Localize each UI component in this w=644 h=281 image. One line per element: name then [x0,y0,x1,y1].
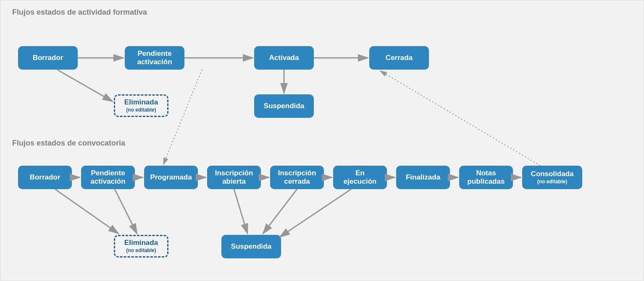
svg-line-18 [163,70,202,164]
node-label: Pendiente [137,49,171,58]
svg-line-17 [280,189,351,237]
node-activity-suspendida: Suspendida [254,94,314,118]
node-label: Consolidada [531,170,573,178]
node-label: abierta [222,177,246,186]
node-conv-inscripcion-cerrada: Inscripción cerrada [270,166,324,189]
node-activity-eliminada: Eliminada (no editable) [114,94,168,117]
node-label: publicadas [468,177,505,186]
node-sublabel: (no editable) [537,179,567,185]
diagram-canvas: Flujos estados de actividad formativa Fl… [0,0,644,281]
node-label: Notas [476,169,496,177]
svg-line-16 [263,189,297,234]
node-label: Suspendida [231,242,271,251]
heading-convocatoria: Flujos estados de convocatoria [12,139,125,148]
node-label: Eliminada [124,239,158,247]
svg-line-14 [115,189,137,234]
node-activity-cerrada: Cerrada [369,46,429,70]
node-label: Activada [269,54,299,62]
node-label: Borrador [30,173,60,182]
svg-line-13 [55,189,118,234]
node-label: Inscripción [215,169,253,177]
node-label: ejecución [344,177,376,186]
node-label: Eliminada [124,98,158,107]
node-label: activación [137,58,172,66]
node-label: En [355,169,365,177]
node-label: Borrador [33,54,63,62]
node-label: Suspendida [264,102,304,110]
node-conv-borrador: Borrador [18,166,72,189]
svg-line-15 [234,189,247,234]
node-activity-borrador: Borrador [18,46,78,70]
node-sublabel: (no editable) [126,248,156,254]
node-conv-consolidada: Consolidada (no editable) [522,166,582,189]
node-conv-pendiente-activacion: Pendiente activación [81,166,135,189]
node-label: cerrada [284,177,310,186]
node-activity-activada: Activada [254,46,314,70]
node-label: Pendiente [91,169,125,177]
heading-activity: Flujos estados de actividad formativa [12,8,147,17]
svg-line-19 [380,71,540,166]
node-conv-suspendida: Suspendida [221,235,281,258]
node-label: activación [90,177,125,186]
node-conv-eliminada: Eliminada (no editable) [114,235,168,258]
node-conv-en-ejecucion: En ejecución [333,166,387,189]
svg-line-3 [57,70,113,101]
node-label: Programada [150,173,192,182]
node-sublabel: (no editable) [126,107,156,113]
node-label: Finalizada [406,173,440,182]
node-conv-inscripcion-abierta: Inscripción abierta [207,166,261,189]
node-conv-notas-publicadas: Notas publicadas [459,166,513,189]
node-label: Cerrada [386,54,413,62]
node-activity-pendiente-activacion: Pendiente activación [125,46,184,70]
node-conv-programada: Programada [144,166,198,189]
node-label: Inscripción [278,169,316,177]
node-conv-finalizada: Finalizada [396,166,450,189]
